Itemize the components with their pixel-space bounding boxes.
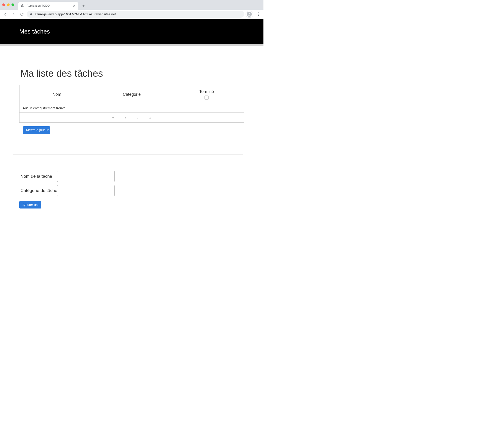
lock-icon bbox=[29, 13, 32, 16]
url-text: azure-javaweb-app-1601463451101.azureweb… bbox=[35, 12, 116, 16]
page-first-icon[interactable]: « bbox=[110, 115, 116, 120]
window-controls bbox=[2, 3, 14, 6]
column-header-name[interactable]: Nom bbox=[20, 85, 94, 104]
globe-icon bbox=[21, 4, 24, 8]
navbar-shadow bbox=[0, 44, 264, 46]
empty-message: Aucun enregistrement trouvé. bbox=[20, 104, 244, 112]
svg-point-1 bbox=[249, 13, 250, 14]
task-name-input[interactable] bbox=[57, 171, 115, 182]
task-category-label: Catégorie de tâche bbox=[20, 188, 57, 193]
back-button[interactable] bbox=[2, 11, 9, 18]
browser-toolbar: azure-javaweb-app-1601463451101.azureweb… bbox=[0, 10, 264, 19]
table-empty-row: Aucun enregistrement trouvé. bbox=[20, 104, 244, 112]
window-minimize-button[interactable] bbox=[7, 3, 10, 6]
brand-title: Mes tâches bbox=[19, 28, 50, 35]
page-content: Ma liste des tâches Nom Catégorie Termin… bbox=[0, 68, 264, 222]
browser-tab[interactable]: Application TODO bbox=[18, 2, 78, 10]
tab-title: Application TODO bbox=[27, 4, 70, 7]
window-zoom-button[interactable] bbox=[11, 3, 14, 6]
task-category-input[interactable] bbox=[57, 185, 115, 196]
paginator: « ‹ › » bbox=[19, 112, 244, 123]
window-close-button[interactable] bbox=[2, 3, 5, 6]
reload-button[interactable] bbox=[18, 11, 25, 18]
page-next-icon[interactable]: › bbox=[135, 115, 141, 120]
kebab-icon bbox=[255, 12, 261, 16]
avatar-icon bbox=[247, 12, 252, 17]
add-task-button[interactable]: Ajouter une tâche bbox=[19, 201, 41, 209]
tab-strip: Application TODO bbox=[0, 0, 264, 10]
page-title: Ma liste des tâches bbox=[20, 68, 244, 79]
column-header-done[interactable]: Terminé bbox=[169, 85, 244, 104]
update-task-button[interactable]: Mettre à jour une tâche bbox=[23, 126, 50, 134]
page-last-icon[interactable]: » bbox=[148, 115, 153, 120]
select-all-checkbox[interactable] bbox=[204, 96, 209, 100]
add-task-form: Nom de la tâche Catégorie de tâche Ajout… bbox=[20, 171, 244, 209]
task-name-label: Nom de la tâche bbox=[20, 174, 57, 179]
browser-chrome: Application TODO azure-javaweb-app-16014… bbox=[0, 0, 264, 19]
column-header-category[interactable]: Catégorie bbox=[94, 85, 169, 104]
close-tab-icon[interactable] bbox=[72, 4, 76, 7]
tasks-table: Nom Catégorie Terminé Aucun enregist bbox=[19, 85, 244, 112]
app-navbar: Mes tâches bbox=[0, 19, 264, 44]
section-divider bbox=[13, 154, 243, 155]
page-prev-icon[interactable]: ‹ bbox=[123, 115, 128, 120]
menu-button[interactable] bbox=[255, 11, 262, 18]
address-bar[interactable]: azure-javaweb-app-1601463451101.azureweb… bbox=[27, 11, 244, 18]
profile-button[interactable] bbox=[246, 11, 253, 18]
new-tab-button[interactable] bbox=[80, 2, 87, 9]
forward-button[interactable] bbox=[10, 11, 17, 18]
